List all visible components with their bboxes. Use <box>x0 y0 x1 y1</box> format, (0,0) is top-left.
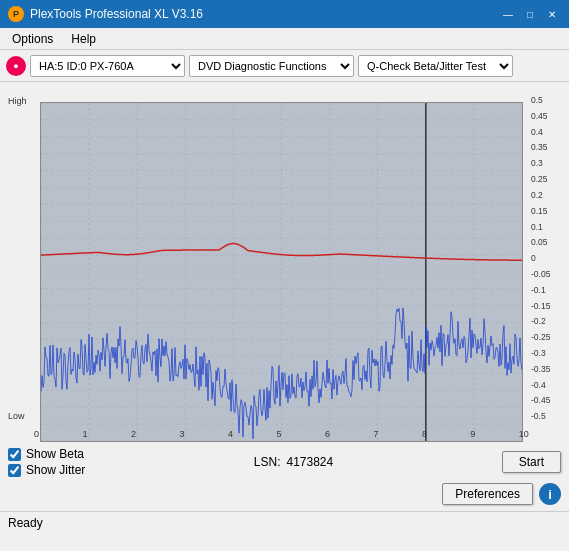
lsn-area: LSN: 4173824 <box>254 455 333 469</box>
close-button[interactable]: ✕ <box>543 5 561 23</box>
info-button[interactable]: i <box>539 483 561 505</box>
y-axis-low-label: Low <box>8 411 32 421</box>
title-bar: P PlexTools Professional XL V3.16 — □ ✕ <box>0 0 569 28</box>
show-jitter-row: Show Jitter <box>8 463 85 477</box>
status-bar: Ready <box>0 511 569 533</box>
app-title: PlexTools Professional XL V3.16 <box>30 7 203 21</box>
device-icon: ● <box>6 56 26 76</box>
show-jitter-checkbox[interactable] <box>8 464 21 477</box>
device-select[interactable]: HA:5 ID:0 PX-760A <box>30 55 185 77</box>
show-jitter-label: Show Jitter <box>26 463 85 477</box>
chart-area <box>40 102 523 442</box>
app-icon: P <box>8 6 24 22</box>
test-select[interactable]: Q-Check Beta/Jitter Test <box>358 55 513 77</box>
right-controls: Start <box>502 451 561 473</box>
window-controls: — □ ✕ <box>499 5 561 23</box>
start-button[interactable]: Start <box>502 451 561 473</box>
menu-bar: Options Help <box>0 28 569 50</box>
y-axis-high-label: High <box>8 96 32 106</box>
menu-help[interactable]: Help <box>63 30 104 48</box>
maximize-button[interactable]: □ <box>521 5 539 23</box>
lsn-value: 4173824 <box>286 455 333 469</box>
show-beta-row: Show Beta <box>8 447 85 461</box>
bottom-panel: Show Beta Show Jitter LSN: 4173824 Start <box>0 441 569 483</box>
toolbar: ● HA:5 ID:0 PX-760A DVD Diagnostic Funct… <box>0 50 569 82</box>
x-axis: 012345678910 <box>34 429 529 439</box>
status-text: Ready <box>8 516 43 530</box>
menu-options[interactable]: Options <box>4 30 61 48</box>
y-axis-right: 0.50.450.40.350.30.250.20.150.10.050-0.0… <box>529 96 563 421</box>
lsn-label: LSN: <box>254 455 281 469</box>
function-select[interactable]: DVD Diagnostic Functions <box>189 55 354 77</box>
show-beta-label: Show Beta <box>26 447 84 461</box>
preferences-button[interactable]: Preferences <box>442 483 533 505</box>
minimize-button[interactable]: — <box>499 5 517 23</box>
chart-canvas <box>41 103 522 441</box>
show-beta-checkbox[interactable] <box>8 448 21 461</box>
